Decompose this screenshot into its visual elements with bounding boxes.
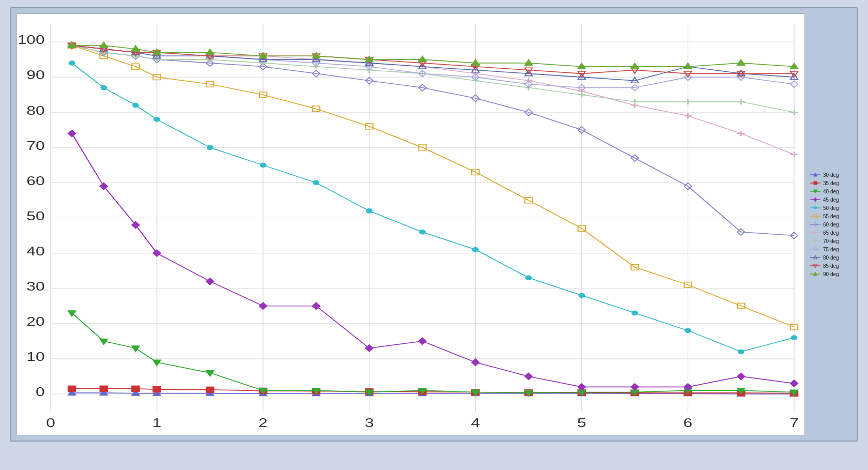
- svg-text:10: 10: [26, 350, 44, 363]
- svg-marker-97: [578, 384, 585, 390]
- svg-text:30: 30: [26, 280, 44, 293]
- svg-text:2: 2: [258, 416, 268, 430]
- svg-point-112: [525, 276, 532, 280]
- legend-label: 85 deg: [823, 263, 839, 269]
- legend-marker: [810, 213, 820, 219]
- svg-text:3: 3: [365, 416, 374, 430]
- legend-item: 85 deg: [810, 263, 851, 269]
- svg-marker-272: [525, 59, 532, 65]
- svg-marker-95: [472, 359, 479, 366]
- legend-marker: [810, 172, 820, 178]
- svg-marker-263: [100, 42, 107, 48]
- svg-point-109: [366, 209, 373, 214]
- svg-point-105: [154, 117, 160, 122]
- svg-rect-281: [814, 181, 817, 185]
- svg-marker-90: [206, 278, 213, 285]
- svg-marker-100: [737, 373, 745, 380]
- svg-marker-94: [419, 338, 426, 344]
- svg-text:80: 80: [26, 103, 44, 117]
- svg-text:5: 5: [577, 416, 586, 430]
- legend-label: 60 deg: [823, 222, 839, 228]
- chart-outer: 010203040506070809010001234567 30 deg35 …: [10, 7, 858, 442]
- svg-rect-58: [206, 387, 213, 392]
- svg-point-287: [814, 206, 817, 209]
- svg-point-117: [791, 336, 797, 340]
- legend: 30 deg35 deg40 deg45 deg50 deg55 deg60 d…: [805, 13, 851, 435]
- svg-point-113: [579, 293, 585, 298]
- legend-label: 75 deg: [823, 247, 839, 252]
- svg-rect-57: [153, 387, 160, 392]
- svg-point-104: [133, 103, 139, 108]
- legend-item: 80 deg: [810, 254, 851, 261]
- svg-marker-87: [100, 183, 107, 190]
- legend-label: 80 deg: [823, 255, 839, 261]
- svg-rect-56: [132, 386, 139, 391]
- svg-text:4: 4: [471, 416, 480, 430]
- svg-marker-96: [525, 373, 532, 380]
- svg-point-115: [685, 328, 691, 333]
- legend-item: 55 deg: [810, 213, 851, 219]
- legend-marker: [810, 254, 820, 261]
- svg-marker-266: [206, 49, 213, 55]
- legend-marker: [810, 230, 820, 236]
- svg-marker-274: [631, 63, 638, 69]
- svg-text:60: 60: [26, 174, 44, 188]
- svg-rect-55: [100, 386, 107, 391]
- legend-item: 65 deg: [810, 230, 851, 236]
- svg-marker-88: [132, 222, 139, 229]
- legend-marker: [810, 246, 820, 252]
- plot-area: 010203040506070809010001234567: [51, 24, 794, 412]
- legend-item: 30 deg: [810, 172, 851, 178]
- legend-marker: [810, 221, 820, 228]
- svg-point-114: [632, 311, 638, 315]
- svg-text:0: 0: [46, 416, 55, 430]
- svg-marker-276: [737, 59, 745, 65]
- svg-text:70: 70: [26, 139, 44, 153]
- legend-label: 50 deg: [823, 205, 839, 211]
- legend-label: 35 deg: [823, 180, 839, 186]
- legend-label: 45 deg: [823, 197, 839, 203]
- legend-label: 70 deg: [823, 238, 839, 244]
- legend-item: 45 deg: [810, 196, 851, 203]
- svg-point-107: [260, 163, 266, 168]
- legend-marker: [810, 271, 820, 277]
- svg-point-111: [473, 248, 479, 252]
- svg-marker-101: [791, 380, 798, 387]
- legend-item: 90 deg: [810, 271, 851, 277]
- legend-marker: [810, 180, 820, 186]
- svg-text:100: 100: [18, 33, 45, 47]
- legend-label: 90 deg: [823, 271, 839, 277]
- legend-label: 55 deg: [823, 214, 839, 219]
- svg-point-103: [101, 85, 107, 90]
- svg-point-102: [69, 61, 75, 66]
- svg-text:0: 0: [36, 385, 45, 399]
- svg-marker-72: [132, 346, 139, 352]
- legend-item: 60 deg: [810, 221, 851, 228]
- legend-marker: [810, 188, 820, 194]
- legend-label: 30 deg: [823, 172, 839, 178]
- svg-marker-285: [814, 198, 817, 202]
- svg-marker-98: [631, 384, 638, 390]
- svg-text:90: 90: [26, 68, 44, 82]
- svg-marker-270: [419, 56, 426, 62]
- legend-marker: [810, 205, 820, 211]
- svg-marker-86: [68, 130, 75, 137]
- legend-marker: [810, 238, 820, 244]
- legend-label: 40 deg: [823, 189, 839, 194]
- legend-marker: [810, 196, 820, 203]
- svg-text:1: 1: [152, 416, 162, 430]
- svg-rect-54: [68, 386, 75, 391]
- legend-item: 40 deg: [810, 188, 851, 194]
- legend-item: 75 deg: [810, 246, 851, 252]
- svg-text:20: 20: [26, 315, 44, 328]
- legend-item: 35 deg: [810, 180, 851, 186]
- svg-marker-91: [259, 302, 267, 309]
- svg-point-116: [738, 350, 744, 354]
- chart-svg: 010203040506070809010001234567: [51, 24, 794, 412]
- svg-point-110: [420, 230, 426, 234]
- legend-item: 70 deg: [810, 238, 851, 244]
- svg-text:50: 50: [26, 209, 44, 223]
- svg-point-108: [313, 180, 319, 185]
- svg-text:7: 7: [789, 416, 799, 430]
- chart-area: 010203040506070809010001234567: [17, 13, 805, 435]
